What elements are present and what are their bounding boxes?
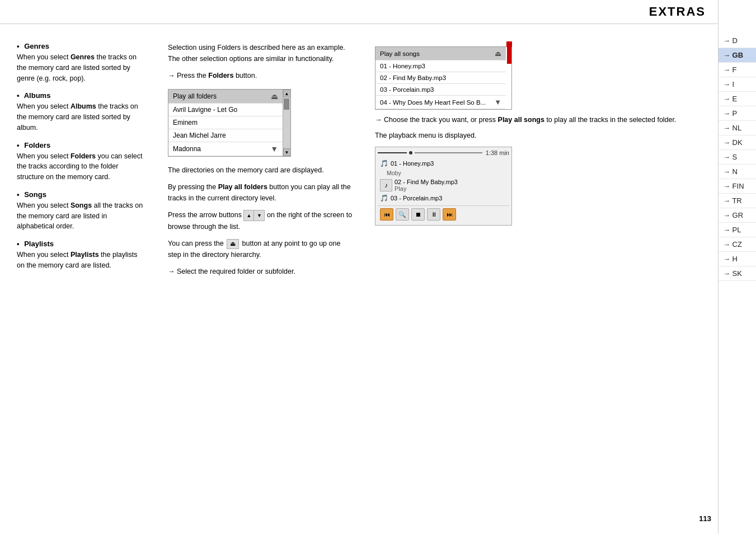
song-row-4-text: 04 - Why Does My Heart Feel So B...: [380, 99, 494, 106]
track-thumbnail: ♪: [380, 179, 392, 191]
playback-progress-bar: 1:38 min: [378, 149, 509, 156]
sidebar-item-d[interactable]: → D: [719, 34, 756, 48]
track-1-name: 01 - Honey.mp3: [391, 160, 434, 167]
page-title: EXTRAS: [649, 4, 706, 19]
play-next-button[interactable]: ⏭: [443, 208, 456, 221]
folder-row-text: Play all folders: [173, 92, 217, 100]
bullet-dot-3: •: [17, 141, 20, 149]
track-1-artist: Moby: [378, 168, 509, 177]
section-songs-text: When you select Songs all the tracks on …: [17, 200, 145, 232]
sidebar-item-tr[interactable]: → TR: [719, 194, 756, 208]
scroll-up-button[interactable]: ▲: [283, 90, 291, 97]
song-row-4: 04 - Why Does My Heart Feel So B... ▼: [375, 96, 506, 109]
song-row-3: 03 - Porcelain.mp3: [375, 84, 506, 96]
section-folders-text: When you select Folders you can select t…: [17, 151, 145, 182]
middle-para1: The directories on the memory card are d…: [168, 165, 353, 176]
sidebar-item-n[interactable]: → N: [719, 165, 756, 179]
up-directory-button[interactable]: ⏏: [227, 239, 239, 249]
main-content: • Genres When you select Genres the trac…: [0, 31, 718, 534]
left-column: • Genres When you select Genres the trac…: [0, 36, 157, 528]
sidebar-item-f[interactable]: → F: [719, 63, 756, 77]
scroll-handle: [284, 99, 289, 110]
track-next-info: 02 - Find My Baby.mp3 Play: [395, 179, 458, 192]
bullet-dot: •: [17, 42, 20, 50]
folder-list-ui: Play all folders ⏏ Avril Lavigne - Let G…: [168, 89, 291, 157]
middle-step2: → Select the required folder or subfolde…: [168, 266, 353, 277]
bullet-dot-2: •: [17, 91, 20, 100]
song-row-header-text: Play all songs: [380, 50, 495, 57]
folder-row-icon: ⏏: [271, 92, 278, 101]
sidebar-item-fin[interactable]: → FIN: [719, 179, 756, 194]
sidebar-item-nl[interactable]: → NL: [719, 121, 756, 135]
song-row-header-icon: ⏏: [495, 49, 501, 58]
folder-row-3: Jean Michel Jarre: [168, 129, 283, 142]
nav-arrow-up-small[interactable]: ▲: [244, 210, 254, 221]
section-albums: • Albums When you select Albums the trac…: [17, 91, 145, 133]
playback-ui: 1:38 min 🎵 01 - Honey.mp3 Moby ♪ 02 - Fi…: [375, 147, 512, 226]
right-step1: → Choose the track you want, or press Pl…: [375, 114, 707, 125]
folder-row-2: Eminem: [168, 116, 283, 129]
stop-button[interactable]: ⏹: [411, 208, 425, 221]
playback-controls: ⏮ 🔍 ⏹ ⏸ ⏭: [378, 205, 509, 223]
track-row-2: 🎵 03 - Porcelain.mp3: [378, 193, 509, 203]
section-playlists: • Playlists When you select Playlists th…: [17, 240, 145, 271]
section-folders: • Folders When you select Folders you ca…: [17, 141, 145, 182]
folder-row-text-1: Avril Lavigne - Let Go: [173, 106, 237, 114]
sidebar-item-gr[interactable]: → GR: [719, 208, 756, 223]
sidebar-item-i[interactable]: → I: [719, 77, 756, 92]
progress-time: 1:38 min: [486, 149, 509, 156]
track-2-name: 03 - Porcelain.mp3: [391, 195, 442, 202]
middle-intro: Selection using Folders is described her…: [168, 42, 353, 64]
section-genres-title: • Genres: [17, 42, 145, 50]
sidebar-item-p[interactable]: → P: [719, 106, 756, 121]
right-step2: The playback menu is displayed.: [375, 130, 707, 141]
nav-arrow-down-small[interactable]: ▼: [254, 210, 264, 221]
section-songs-title: • Songs: [17, 190, 145, 199]
folder-row-1: Avril Lavigne - Let Go: [168, 104, 283, 116]
track-next-sub: Play: [395, 185, 458, 192]
folder-row-arrow-down: ▼: [270, 144, 278, 153]
scroll-down-button[interactable]: ▼: [283, 148, 291, 156]
section-albums-text: When you select Albums the tracks on the…: [17, 101, 145, 133]
folder-row-header: Play all folders ⏏: [168, 90, 283, 104]
section-genres: • Genres When you select Genres the trac…: [17, 42, 145, 83]
right-column: Play all songs ⏏ 01 - Honey.mp3 02 - Fin…: [364, 36, 718, 528]
track-icon-2: 🎵: [380, 194, 388, 202]
folder-row-4: Madonna ▼: [168, 142, 283, 156]
sidebar-item-pl[interactable]: → PL: [719, 223, 756, 237]
middle-para2: By pressing the Play all folders button …: [168, 181, 353, 204]
search-button[interactable]: 🔍: [396, 208, 409, 221]
sidebar-item-gb[interactable]: → GB: [719, 48, 756, 63]
middle-column: Selection using Folders is described her…: [157, 36, 364, 528]
red-scroll-thumb: [507, 47, 511, 64]
sidebar-item-e[interactable]: → E: [719, 92, 756, 106]
folder-row-text-4: Madonna: [173, 145, 201, 153]
play-button[interactable]: ⏸: [427, 208, 440, 221]
sidebar-item-sk[interactable]: → SK: [719, 266, 756, 281]
play-prev-button[interactable]: ⏮: [380, 208, 393, 221]
sidebar-item-cz[interactable]: → CZ: [719, 237, 756, 252]
song-list-ui: Play all songs ⏏ 01 - Honey.mp3 02 - Fin…: [375, 46, 512, 110]
folder-scrollbar: ▲ ▼: [283, 90, 290, 156]
nav-arrows-inline: ▲ ▼: [243, 210, 265, 221]
sidebar-item-dk[interactable]: → DK: [719, 135, 756, 150]
middle-para4: You can press the ⏏ button at any point …: [168, 238, 353, 260]
folder-list-inner: Play all folders ⏏ Avril Lavigne - Let G…: [168, 90, 283, 156]
section-albums-title: • Albums: [17, 91, 145, 100]
right-sidebar: → D → GB → F → I → E → P → NL → DK → S →…: [718, 0, 756, 534]
section-songs: • Songs When you select Songs all the tr…: [17, 190, 145, 232]
folder-row-text-3: Jean Michel Jarre: [173, 132, 226, 139]
red-scroll-bottom: [506, 41, 512, 47]
middle-para3: Press the arrow buttons ▲ ▼ on the right…: [168, 209, 353, 232]
sidebar-item-s[interactable]: → S: [719, 150, 756, 165]
bullet-dot-5: •: [17, 240, 20, 248]
track-row-1: 🎵 01 - Honey.mp3: [378, 158, 509, 168]
progress-container: [378, 151, 482, 154]
section-playlists-title: • Playlists: [17, 240, 145, 248]
section-folders-title: • Folders: [17, 141, 145, 149]
sidebar-item-h[interactable]: → H: [719, 252, 756, 266]
song-row-4-icon: ▼: [494, 98, 501, 106]
track-next-name: 02 - Find My Baby.mp3: [395, 179, 458, 185]
song-list-inner: Play all songs ⏏ 01 - Honey.mp3 02 - Fin…: [375, 47, 506, 109]
song-row-3-text: 03 - Porcelain.mp3: [380, 86, 501, 93]
